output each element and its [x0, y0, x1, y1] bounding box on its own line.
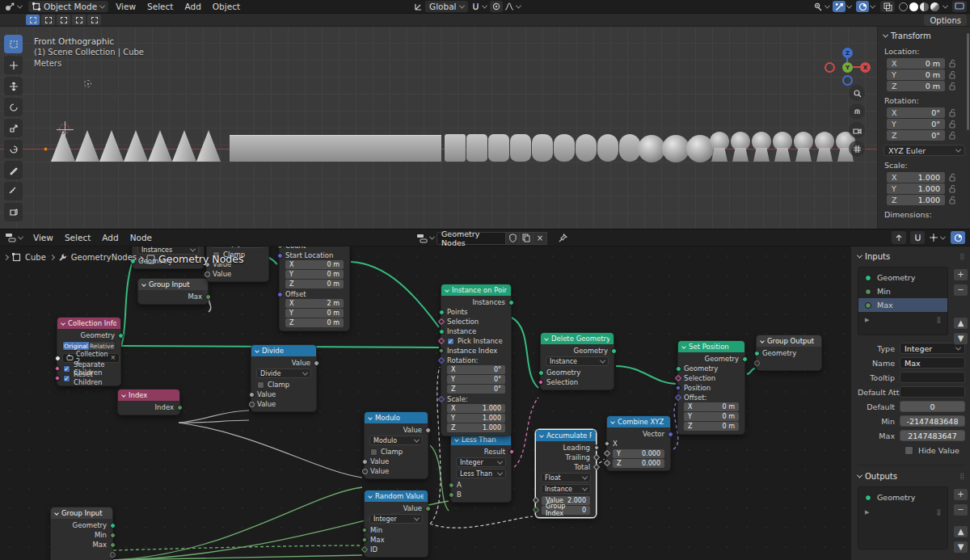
output-socket-geometry[interactable]	[118, 333, 124, 339]
field-input-min[interactable]: -2147483648	[900, 415, 965, 427]
snap-dropdown[interactable]	[470, 0, 488, 14]
collapse-icon[interactable]	[857, 473, 862, 478]
unlock-icon[interactable]	[949, 82, 956, 91]
sphere-object[interactable]	[662, 135, 690, 162]
output-item-geometry[interactable]: Geometry	[858, 491, 947, 504]
input-socket-value[interactable]	[362, 469, 368, 474]
menu-add[interactable]: Add	[179, 0, 206, 14]
node-header-combine-xyz[interactable]: Combine XYZ	[607, 416, 670, 427]
input-socket-count[interactable]	[277, 246, 283, 249]
rotation-mode-dropdown[interactable]: XYZ Euler	[884, 145, 965, 156]
input-socket-offset-[interactable]	[674, 394, 681, 401]
location-z-field[interactable]: Z0 m	[887, 81, 945, 91]
input-socket-selection[interactable]	[437, 318, 444, 325]
checkbox-pick-instance[interactable]: ✓	[447, 338, 454, 345]
light-object[interactable]	[84, 80, 91, 87]
input-socket-y[interactable]	[603, 450, 609, 457]
value-field-z[interactable]: Z0°	[447, 385, 505, 394]
input-socket-selection[interactable]	[674, 375, 681, 381]
input-socket-pick-instance[interactable]	[437, 338, 444, 344]
input-socket-value[interactable]	[249, 392, 255, 398]
input-socket-value[interactable]	[249, 402, 255, 407]
gizmos-toggle[interactable]	[833, 1, 846, 12]
list-resize-grip[interactable]: ⣿	[937, 317, 941, 323]
input-socket-position[interactable]	[674, 385, 681, 391]
gizmo-negative-y-axis[interactable]	[842, 75, 853, 86]
node-group-output[interactable]: Group OutputGeometry	[756, 335, 822, 371]
collapse-icon[interactable]	[857, 253, 862, 259]
menu-select[interactable]: Select	[59, 231, 96, 245]
box-object[interactable]	[230, 135, 441, 162]
pin-button[interactable]	[554, 231, 572, 245]
shading-solid-button[interactable]	[909, 2, 918, 11]
input-socket-value[interactable]	[362, 459, 368, 465]
rotation-y-field[interactable]: Y0°	[887, 119, 945, 129]
node-dropdown[interactable]: Instance	[546, 356, 609, 366]
unlock-icon[interactable]	[949, 184, 956, 193]
mode-dropdown[interactable]: Object Mode	[28, 1, 108, 12]
input-socket-geometry[interactable]	[538, 370, 544, 376]
move-output-up-button[interactable]: ▲	[953, 525, 968, 538]
remove-output-button[interactable]: −	[953, 503, 968, 516]
value-field-z[interactable]: Z0 m	[285, 318, 344, 327]
node-header-accumulate-field[interactable]: Accumulate Field	[536, 430, 596, 441]
collapse-icon[interactable]	[54, 511, 59, 516]
input-socket-rotation-[interactable]	[437, 357, 444, 364]
options-button[interactable]: Options	[924, 15, 967, 26]
unlock-icon[interactable]	[949, 131, 956, 140]
node-header-divide[interactable]: Divide	[251, 345, 316, 356]
rounded-cube-object[interactable]	[597, 134, 618, 162]
output-socket-result[interactable]	[508, 448, 514, 455]
output-socket-trailing[interactable]	[593, 454, 599, 461]
node-dropdown[interactable]: Integer	[456, 457, 506, 467]
node-canvas[interactable]: CubeGeometryNodes Geometry Nodes Instanc…	[0, 246, 850, 560]
value-field-y[interactable]: Y0 m	[285, 270, 344, 279]
node-header-set-position[interactable]: Set Position	[678, 341, 744, 352]
zoom-button[interactable]	[849, 85, 865, 101]
output-socket-vector[interactable]	[668, 432, 673, 437]
menu-add[interactable]: Add	[96, 231, 124, 245]
output-socket-min[interactable]	[110, 533, 116, 538]
field-input-tooltip[interactable]	[900, 372, 965, 383]
copy-data-button[interactable]	[520, 232, 534, 245]
add-output-button[interactable]: +	[953, 488, 968, 501]
field-input-max[interactable]: 2147483647	[900, 430, 965, 441]
output-socket-index[interactable]	[177, 405, 183, 411]
object-origin[interactable]	[44, 147, 48, 151]
value-field-z[interactable]: Z0 m	[684, 422, 739, 431]
toggle-view-button[interactable]	[849, 141, 865, 157]
collapse-icon[interactable]	[610, 419, 615, 424]
move-input-down-button[interactable]: ▼	[953, 332, 968, 345]
input-item-max[interactable]: Max	[858, 298, 947, 312]
rounded-cube-object[interactable]	[532, 134, 553, 162]
node-modulo[interactable]: ModuloValueModuloClampValueValue	[364, 411, 428, 479]
select-lasso-button[interactable]	[72, 15, 86, 25]
input-socket-instance[interactable]	[439, 329, 445, 335]
add-input-button[interactable]: +	[953, 268, 968, 281]
viewport-canvas[interactable]: Front Orthographic (1) Scene Collection …	[0, 27, 970, 229]
move-output-down-button[interactable]: ▼	[953, 541, 968, 554]
input-socket-group-index[interactable]	[532, 507, 538, 513]
measure-tool-button[interactable]	[4, 182, 23, 200]
input-socket-value[interactable]	[205, 272, 210, 277]
input-socket-selection[interactable]	[537, 379, 543, 385]
segment-relative[interactable]: Relative	[89, 342, 115, 350]
node-header-index[interactable]: Index	[118, 389, 179, 401]
input-socket-separate-children[interactable]	[53, 365, 60, 372]
collapse-icon[interactable]	[61, 321, 65, 326]
node-dropdown[interactable]: Less Than	[456, 469, 506, 478]
node-accumulate-field[interactable]: Accumulate FieldLeadingTrailingTotalFloa…	[535, 429, 597, 518]
select-paint-button[interactable]	[87, 15, 101, 25]
collapse-icon[interactable]	[445, 288, 449, 293]
tweak-button[interactable]	[26, 15, 40, 25]
remove-input-button[interactable]: −	[953, 284, 968, 297]
node-header-modulo[interactable]: Modulo	[365, 412, 428, 423]
input-item-min[interactable]: Min	[858, 284, 947, 298]
editor-type-button[interactable]	[0, 231, 27, 245]
pan-button[interactable]	[849, 103, 865, 120]
collapse-icon[interactable]	[121, 393, 126, 398]
unlock-icon[interactable]	[949, 59, 956, 68]
collapse-icon[interactable]	[454, 437, 459, 442]
hide-value-checkbox[interactable]	[905, 446, 913, 455]
show-gizmo-dropdown[interactable]	[812, 0, 831, 14]
